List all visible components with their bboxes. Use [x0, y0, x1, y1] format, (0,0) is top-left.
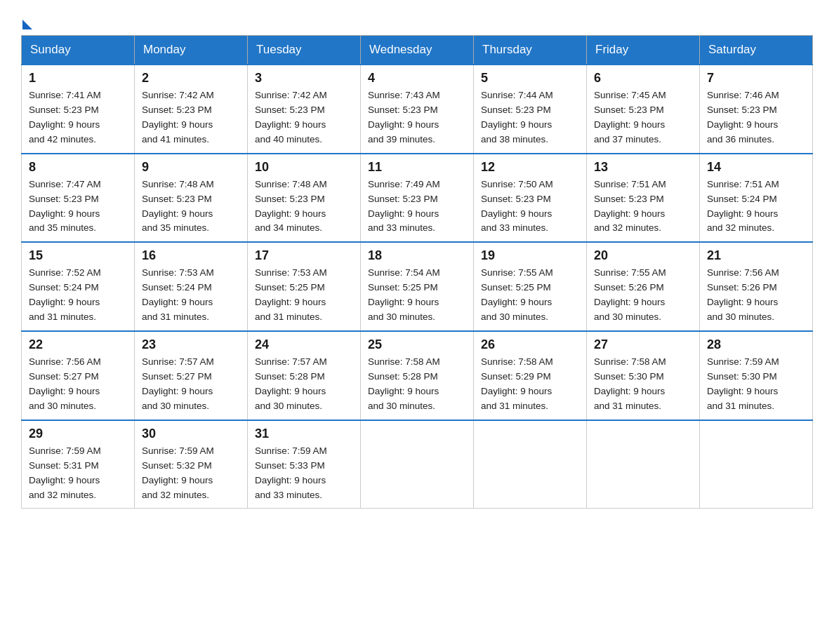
calendar-cell: 19 Sunrise: 7:55 AM Sunset: 5:25 PM Dayl…	[474, 242, 587, 331]
day-info: Sunrise: 7:59 AM Sunset: 5:33 PM Dayligh…	[255, 444, 353, 503]
day-number: 22	[29, 337, 127, 352]
day-info: Sunrise: 7:49 AM Sunset: 5:23 PM Dayligh…	[368, 177, 466, 236]
day-number: 29	[29, 427, 127, 441]
day-info: Sunrise: 7:47 AM Sunset: 5:23 PM Dayligh…	[29, 177, 127, 236]
calendar-cell	[361, 420, 474, 509]
day-info: Sunrise: 7:54 AM Sunset: 5:25 PM Dayligh…	[368, 266, 466, 325]
day-info: Sunrise: 7:45 AM Sunset: 5:23 PM Dayligh…	[594, 88, 692, 147]
calendar-cell: 12 Sunrise: 7:50 AM Sunset: 5:23 PM Dayl…	[474, 154, 587, 243]
calendar-cell: 26 Sunrise: 7:58 AM Sunset: 5:29 PM Dayl…	[474, 331, 587, 420]
logo	[21, 20, 32, 28]
calendar-cell: 5 Sunrise: 7:44 AM Sunset: 5:23 PM Dayli…	[474, 65, 587, 154]
day-info: Sunrise: 7:42 AM Sunset: 5:23 PM Dayligh…	[255, 88, 353, 147]
day-info: Sunrise: 7:58 AM Sunset: 5:30 PM Dayligh…	[594, 355, 692, 414]
calendar-cell: 3 Sunrise: 7:42 AM Sunset: 5:23 PM Dayli…	[248, 65, 361, 154]
day-info: Sunrise: 7:52 AM Sunset: 5:24 PM Dayligh…	[29, 266, 127, 325]
day-number: 15	[29, 248, 127, 263]
day-number: 10	[255, 160, 353, 175]
day-number: 2	[142, 71, 240, 86]
day-number: 26	[481, 337, 579, 352]
day-info: Sunrise: 7:44 AM Sunset: 5:23 PM Dayligh…	[481, 88, 579, 147]
day-number: 1	[29, 71, 127, 86]
day-info: Sunrise: 7:51 AM Sunset: 5:24 PM Dayligh…	[707, 177, 805, 236]
day-info: Sunrise: 7:55 AM Sunset: 5:26 PM Dayligh…	[594, 266, 692, 325]
day-number: 13	[594, 160, 692, 175]
day-info: Sunrise: 7:58 AM Sunset: 5:29 PM Dayligh…	[481, 355, 579, 414]
weekday-header-monday: Monday	[135, 36, 248, 65]
calendar-cell: 23 Sunrise: 7:57 AM Sunset: 5:27 PM Dayl…	[135, 331, 248, 420]
weekday-header-thursday: Thursday	[474, 36, 587, 65]
day-number: 25	[368, 337, 466, 352]
calendar-cell: 20 Sunrise: 7:55 AM Sunset: 5:26 PM Dayl…	[587, 242, 700, 331]
calendar-cell: 30 Sunrise: 7:59 AM Sunset: 5:32 PM Dayl…	[135, 420, 248, 509]
weekday-header-row: SundayMondayTuesdayWednesdayThursdayFrid…	[22, 36, 813, 65]
calendar-cell: 8 Sunrise: 7:47 AM Sunset: 5:23 PM Dayli…	[22, 154, 135, 243]
weekday-header-friday: Friday	[587, 36, 700, 65]
day-info: Sunrise: 7:48 AM Sunset: 5:23 PM Dayligh…	[255, 177, 353, 236]
calendar-cell: 18 Sunrise: 7:54 AM Sunset: 5:25 PM Dayl…	[361, 242, 474, 331]
logo-blue-text	[21, 20, 32, 28]
day-info: Sunrise: 7:59 AM Sunset: 5:31 PM Dayligh…	[29, 444, 127, 503]
weekday-header-wednesday: Wednesday	[361, 36, 474, 65]
calendar-cell: 22 Sunrise: 7:56 AM Sunset: 5:27 PM Dayl…	[22, 331, 135, 420]
logo-triangle-icon	[22, 20, 32, 29]
day-info: Sunrise: 7:56 AM Sunset: 5:26 PM Dayligh…	[707, 266, 805, 325]
calendar-cell: 10 Sunrise: 7:48 AM Sunset: 5:23 PM Dayl…	[248, 154, 361, 243]
calendar-cell: 11 Sunrise: 7:49 AM Sunset: 5:23 PM Dayl…	[361, 154, 474, 243]
week-row-1: 1 Sunrise: 7:41 AM Sunset: 5:23 PM Dayli…	[22, 65, 813, 154]
calendar-cell: 17 Sunrise: 7:53 AM Sunset: 5:25 PM Dayl…	[248, 242, 361, 331]
day-info: Sunrise: 7:46 AM Sunset: 5:23 PM Dayligh…	[707, 88, 805, 147]
calendar-cell: 14 Sunrise: 7:51 AM Sunset: 5:24 PM Dayl…	[700, 154, 813, 243]
week-row-4: 22 Sunrise: 7:56 AM Sunset: 5:27 PM Dayl…	[22, 331, 813, 420]
day-info: Sunrise: 7:48 AM Sunset: 5:23 PM Dayligh…	[142, 177, 240, 236]
calendar-table: SundayMondayTuesdayWednesdayThursdayFrid…	[21, 35, 813, 509]
day-number: 18	[368, 248, 466, 263]
day-number: 5	[481, 71, 579, 86]
calendar-cell: 31 Sunrise: 7:59 AM Sunset: 5:33 PM Dayl…	[248, 420, 361, 509]
day-number: 20	[594, 248, 692, 263]
calendar-cell: 6 Sunrise: 7:45 AM Sunset: 5:23 PM Dayli…	[587, 65, 700, 154]
calendar-cell: 2 Sunrise: 7:42 AM Sunset: 5:23 PM Dayli…	[135, 65, 248, 154]
calendar-cell: 24 Sunrise: 7:57 AM Sunset: 5:28 PM Dayl…	[248, 331, 361, 420]
day-number: 23	[142, 337, 240, 352]
day-info: Sunrise: 7:58 AM Sunset: 5:28 PM Dayligh…	[368, 355, 466, 414]
day-number: 14	[707, 160, 805, 175]
calendar-cell: 25 Sunrise: 7:58 AM Sunset: 5:28 PM Dayl…	[361, 331, 474, 420]
calendar-cell: 29 Sunrise: 7:59 AM Sunset: 5:31 PM Dayl…	[22, 420, 135, 509]
week-row-2: 8 Sunrise: 7:47 AM Sunset: 5:23 PM Dayli…	[22, 154, 813, 243]
day-info: Sunrise: 7:53 AM Sunset: 5:25 PM Dayligh…	[255, 266, 353, 325]
calendar-cell: 9 Sunrise: 7:48 AM Sunset: 5:23 PM Dayli…	[135, 154, 248, 243]
calendar-cell: 7 Sunrise: 7:46 AM Sunset: 5:23 PM Dayli…	[700, 65, 813, 154]
day-info: Sunrise: 7:59 AM Sunset: 5:30 PM Dayligh…	[707, 355, 805, 414]
calendar-cell	[587, 420, 700, 509]
day-number: 9	[142, 160, 240, 175]
calendar-cell: 28 Sunrise: 7:59 AM Sunset: 5:30 PM Dayl…	[700, 331, 813, 420]
day-info: Sunrise: 7:41 AM Sunset: 5:23 PM Dayligh…	[29, 88, 127, 147]
day-info: Sunrise: 7:57 AM Sunset: 5:28 PM Dayligh…	[255, 355, 353, 414]
day-number: 28	[707, 337, 805, 352]
day-info: Sunrise: 7:56 AM Sunset: 5:27 PM Dayligh…	[29, 355, 127, 414]
day-number: 27	[594, 337, 692, 352]
day-number: 7	[707, 71, 805, 86]
calendar-cell: 4 Sunrise: 7:43 AM Sunset: 5:23 PM Dayli…	[361, 65, 474, 154]
day-number: 31	[255, 427, 353, 441]
day-number: 8	[29, 160, 127, 175]
day-number: 19	[481, 248, 579, 263]
day-number: 4	[368, 71, 466, 86]
calendar-cell	[700, 420, 813, 509]
day-info: Sunrise: 7:50 AM Sunset: 5:23 PM Dayligh…	[481, 177, 579, 236]
week-row-5: 29 Sunrise: 7:59 AM Sunset: 5:31 PM Dayl…	[22, 420, 813, 509]
calendar-cell	[474, 420, 587, 509]
weekday-header-saturday: Saturday	[700, 36, 813, 65]
day-info: Sunrise: 7:51 AM Sunset: 5:23 PM Dayligh…	[594, 177, 692, 236]
day-info: Sunrise: 7:43 AM Sunset: 5:23 PM Dayligh…	[368, 88, 466, 147]
calendar-cell: 16 Sunrise: 7:53 AM Sunset: 5:24 PM Dayl…	[135, 242, 248, 331]
day-info: Sunrise: 7:42 AM Sunset: 5:23 PM Dayligh…	[142, 88, 240, 147]
day-info: Sunrise: 7:53 AM Sunset: 5:24 PM Dayligh…	[142, 266, 240, 325]
day-number: 11	[368, 160, 466, 175]
day-number: 6	[594, 71, 692, 86]
day-number: 12	[481, 160, 579, 175]
calendar-cell: 13 Sunrise: 7:51 AM Sunset: 5:23 PM Dayl…	[587, 154, 700, 243]
day-number: 21	[707, 248, 805, 263]
day-info: Sunrise: 7:57 AM Sunset: 5:27 PM Dayligh…	[142, 355, 240, 414]
